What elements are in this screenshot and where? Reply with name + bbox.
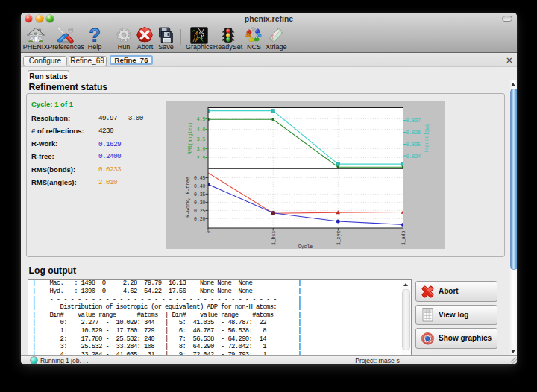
svg-text:0.30: 0.30 <box>193 200 205 206</box>
svg-text:0.20: 0.20 <box>193 216 205 221</box>
svg-text:4.5: 4.5 <box>196 117 205 122</box>
svg-text:1_bss: 1_bss <box>271 230 277 245</box>
svg-text:0.026: 0.026 <box>406 130 421 136</box>
svg-text:3.5: 3.5 <box>196 137 205 142</box>
svg-text:R-work, R-free: R-work, R-free <box>185 177 190 218</box>
svg-text:0.027: 0.027 <box>406 118 421 124</box>
svg-text:2.5: 2.5 <box>196 156 205 161</box>
svg-text:3.0: 3.0 <box>196 147 205 152</box>
svg-text:RMS(angles): RMS(angles) <box>188 122 193 154</box>
svg-text:0.45: 0.45 <box>193 176 205 181</box>
svg-text:1_xyz: 1_xyz <box>336 230 342 245</box>
svg-text:4.0: 4.0 <box>196 127 205 133</box>
svg-text:?: ? <box>89 27 100 44</box>
svg-text:0.024: 0.024 <box>406 154 421 159</box>
svg-text:RMS(bonds): RMS(bonds) <box>424 123 429 152</box>
svg-text:0.25: 0.25 <box>193 209 205 214</box>
svg-text:0: 0 <box>206 230 211 233</box>
svg-text:1_adp: 1_adp <box>401 230 406 245</box>
svg-text:0.025: 0.025 <box>406 142 421 148</box>
svg-text:0.35: 0.35 <box>193 192 205 197</box>
svg-text:Cycle: Cycle <box>298 244 313 249</box>
svg-text:0.40: 0.40 <box>193 184 205 189</box>
